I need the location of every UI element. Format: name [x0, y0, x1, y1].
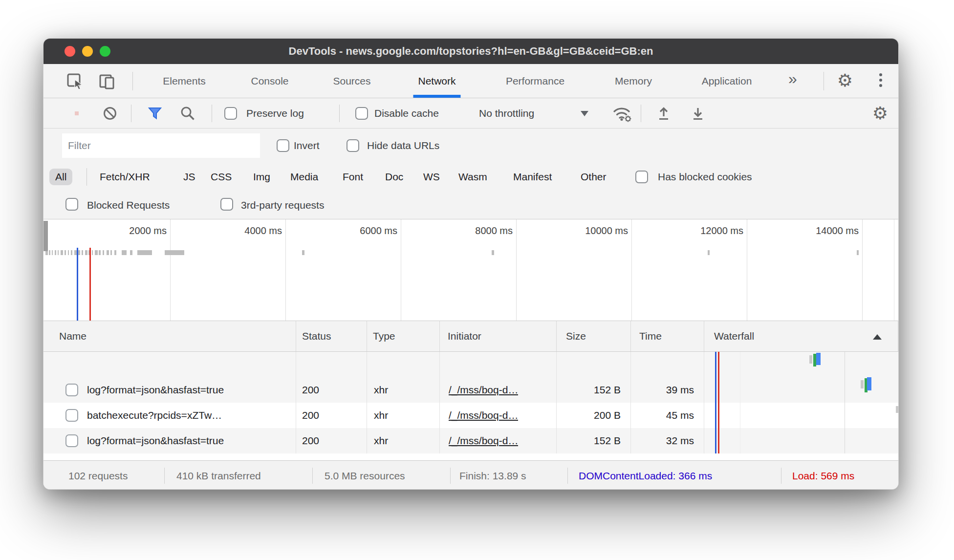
table-row[interactable] [43, 352, 898, 377]
timeline-activity-mark [78, 250, 80, 255]
initiator-link[interactable]: /_/mss/boq-d… [449, 384, 518, 396]
third-party-requests-label: 3rd-party requests [241, 199, 324, 211]
requests-table-header: Name Status Type Initiator Size Time Wat… [43, 321, 898, 352]
pill-img[interactable]: Img [247, 169, 276, 185]
tab-memory[interactable]: Memory [608, 64, 659, 98]
status-divider [164, 468, 165, 484]
network-overview-timeline[interactable]: 2000 ms 4000 ms 6000 ms 8000 ms 10000 ms… [43, 219, 898, 321]
timeline-tick-label: 14000 ms [785, 225, 859, 237]
timeline-activity-mark [55, 250, 56, 255]
tab-sources[interactable]: Sources [326, 64, 377, 98]
request-type: xhr [367, 428, 440, 453]
waterfall-download-bar[interactable] [867, 377, 871, 390]
tab-elements[interactable]: Elements [156, 64, 213, 98]
pill-other[interactable]: Other [575, 169, 612, 185]
finish-time: Finish: 13.89 s [459, 461, 526, 490]
column-header-size[interactable]: Size [557, 321, 631, 351]
network-settings-gear-icon[interactable]: ⚙ [872, 105, 888, 122]
throttling-dropdown-arrow-icon[interactable] [581, 111, 588, 116]
waterfall-load-line [718, 352, 719, 453]
timeline-activity-mark [61, 250, 63, 255]
status-divider [450, 468, 451, 484]
filter-funnel-icon[interactable] [148, 107, 162, 120]
timeline-activity-mark [708, 250, 710, 255]
timeline-activity-mark [122, 250, 127, 255]
clear-network-log-icon[interactable] [103, 106, 117, 121]
timeline-gridline [516, 219, 517, 321]
row-checkbox[interactable] [65, 409, 78, 422]
pill-media[interactable]: Media [284, 169, 324, 185]
toolbar-divider [824, 72, 824, 90]
pill-ws[interactable]: WS [417, 169, 446, 185]
customize-menu-icon[interactable] [879, 73, 882, 87]
column-header-name[interactable]: Name [43, 321, 296, 351]
timeline-gridline [170, 219, 171, 321]
timeline-tick-label: 6000 ms [324, 225, 397, 237]
import-har-icon[interactable] [656, 106, 671, 121]
toolbar-divider [212, 105, 212, 122]
waterfall-queue-tick [809, 355, 812, 364]
column-header-type[interactable]: Type [367, 321, 440, 351]
dom-content-loaded-marker-line [77, 248, 78, 321]
timeline-activity-mark [107, 250, 109, 255]
pill-js[interactable]: JS [177, 169, 201, 185]
pill-all[interactable]: All [49, 169, 72, 185]
has-blocked-cookies-checkbox[interactable] [635, 171, 648, 183]
pill-doc[interactable]: Doc [379, 169, 409, 185]
waterfall-download-bar[interactable] [816, 353, 821, 365]
filter-input[interactable] [62, 133, 260, 158]
column-header-initiator[interactable]: Initiator [440, 321, 557, 351]
table-row[interactable]: log?format=json&hasfast=true 200 xhr /_/… [43, 428, 898, 453]
timeline-activity-mark [110, 250, 112, 255]
request-type: xhr [367, 403, 440, 428]
hide-data-urls-checkbox[interactable] [347, 139, 359, 152]
initiator-link[interactable]: /_/mss/boq-d… [449, 435, 518, 447]
initiator-link[interactable]: /_/mss/boq-d… [449, 409, 518, 421]
request-name: log?format=json&hasfast=true [87, 384, 224, 396]
timeline-tick-label: 10000 ms [555, 225, 628, 237]
tab-application[interactable]: Application [695, 64, 759, 98]
device-toolbar-icon[interactable] [98, 72, 116, 89]
pill-font[interactable]: Font [337, 169, 369, 185]
toolbar-divider [641, 105, 641, 122]
blocked-requests-checkbox[interactable] [65, 198, 78, 211]
requests-count: 102 requests [68, 461, 128, 490]
table-row[interactable]: batchexecute?rpcids=xZTw… 200 xhr /_/mss… [43, 403, 898, 428]
column-header-time[interactable]: Time [631, 321, 704, 351]
sort-ascending-icon[interactable] [873, 334, 882, 340]
pill-divider [87, 168, 87, 186]
filter-row: Invert Hide data URLs [43, 129, 898, 163]
devtools-tab-bar: Elements Console Sources Network Perform… [43, 64, 898, 98]
invert-checkbox[interactable] [277, 139, 289, 152]
more-tabs-chevron-icon[interactable]: » [788, 71, 797, 86]
window-title: DevTools - news.google.com/topstories?hl… [43, 39, 898, 64]
timeline-activity-mark [857, 250, 859, 255]
request-type: xhr [367, 377, 440, 403]
column-header-status[interactable]: Status [296, 321, 367, 351]
timeline-activity-mark [49, 250, 50, 255]
settings-gear-icon[interactable]: ⚙ [837, 72, 853, 89]
pill-fetch-xhr[interactable]: Fetch/XHR [94, 169, 156, 185]
pill-manifest[interactable]: Manifest [507, 169, 558, 185]
third-party-requests-checkbox[interactable] [220, 198, 233, 211]
inspect-element-icon[interactable] [66, 72, 84, 90]
status-bar: 102 requests 410 kB transferred 5.0 MB r… [43, 460, 898, 490]
row-checkbox[interactable] [65, 384, 78, 396]
search-icon[interactable] [180, 106, 195, 121]
resources-size: 5.0 MB resources [325, 461, 405, 490]
pill-wasm[interactable]: Wasm [453, 169, 493, 185]
throttling-select[interactable]: No throttling [479, 108, 534, 119]
tab-network[interactable]: Network [411, 64, 462, 98]
timeline-scroll-handle[interactable] [43, 221, 48, 251]
disable-cache-checkbox[interactable] [355, 107, 368, 120]
preserve-log-checkbox[interactable] [224, 107, 237, 120]
row-checkbox[interactable] [65, 434, 78, 447]
tab-performance[interactable]: Performance [499, 64, 571, 98]
table-row[interactable]: log?format=json&hasfast=true 200 xhr /_/… [43, 377, 898, 403]
column-header-waterfall[interactable]: Waterfall [704, 321, 898, 351]
tab-console[interactable]: Console [244, 64, 295, 98]
export-har-icon[interactable] [691, 106, 705, 121]
timeline-tick-label: 12000 ms [670, 225, 743, 237]
pill-css[interactable]: CSS [205, 169, 238, 185]
network-conditions-icon[interactable] [611, 104, 633, 123]
